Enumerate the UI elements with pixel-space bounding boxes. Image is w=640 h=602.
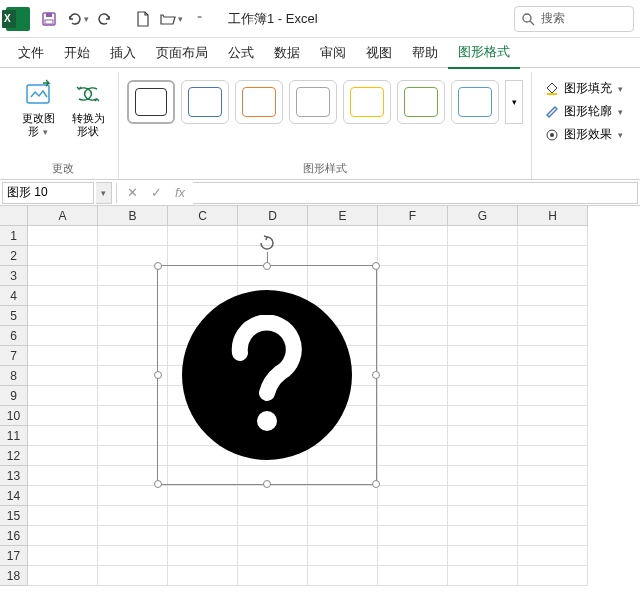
column-header[interactable]: C <box>168 206 238 226</box>
column-header[interactable]: D <box>238 206 308 226</box>
cell[interactable] <box>518 366 588 386</box>
insert-function-button[interactable]: fx <box>169 182 191 204</box>
resize-handle-se[interactable] <box>372 480 380 488</box>
cell[interactable] <box>168 246 238 266</box>
style-preset-5[interactable] <box>343 80 391 124</box>
cell[interactable] <box>378 546 448 566</box>
column-header[interactable]: F <box>378 206 448 226</box>
cell[interactable] <box>98 486 168 506</box>
cell[interactable] <box>28 386 98 406</box>
cell[interactable] <box>448 406 518 426</box>
cell[interactable] <box>378 426 448 446</box>
tab-data[interactable]: 数据 <box>264 38 310 68</box>
cell[interactable] <box>28 526 98 546</box>
cell[interactable] <box>28 546 98 566</box>
cell[interactable] <box>308 486 378 506</box>
cell[interactable] <box>448 486 518 506</box>
cell[interactable] <box>98 546 168 566</box>
column-header[interactable]: B <box>98 206 168 226</box>
cell[interactable] <box>518 466 588 486</box>
rotation-handle[interactable] <box>258 234 276 252</box>
cell[interactable] <box>98 526 168 546</box>
cell[interactable] <box>378 306 448 326</box>
resize-handle-w[interactable] <box>154 371 162 379</box>
cell[interactable] <box>28 466 98 486</box>
cell[interactable] <box>308 226 378 246</box>
cell[interactable] <box>378 346 448 366</box>
name-box[interactable]: 图形 10 <box>2 182 94 204</box>
row-header[interactable]: 13 <box>0 466 28 486</box>
cell[interactable] <box>448 506 518 526</box>
cell[interactable] <box>378 226 448 246</box>
qat-customize-button[interactable]: ⁼ <box>186 6 212 32</box>
resize-handle-e[interactable] <box>372 371 380 379</box>
row-header[interactable]: 11 <box>0 426 28 446</box>
cell[interactable] <box>28 566 98 586</box>
redo-button[interactable] <box>92 6 118 32</box>
cell[interactable] <box>378 326 448 346</box>
cell[interactable] <box>378 446 448 466</box>
cell[interactable] <box>168 486 238 506</box>
cell[interactable] <box>98 226 168 246</box>
cell[interactable] <box>28 506 98 526</box>
cell[interactable] <box>28 326 98 346</box>
cell[interactable] <box>448 386 518 406</box>
row-header[interactable]: 3 <box>0 266 28 286</box>
inserted-graphic[interactable] <box>182 290 352 460</box>
name-box-dropdown[interactable]: ▾ <box>96 182 112 204</box>
cell[interactable] <box>518 286 588 306</box>
worksheet-grid[interactable]: ABCDEFGH 123456789101112131415161718 <box>0 206 640 602</box>
cell[interactable] <box>238 526 308 546</box>
column-header[interactable]: H <box>518 206 588 226</box>
cell[interactable] <box>238 506 308 526</box>
cell[interactable] <box>378 486 448 506</box>
column-header[interactable]: G <box>448 206 518 226</box>
cell[interactable] <box>28 286 98 306</box>
row-header[interactable]: 10 <box>0 406 28 426</box>
cell[interactable] <box>378 246 448 266</box>
graphic-fill-button[interactable]: 图形填充 ▾ <box>540 78 627 99</box>
tab-graphics-format[interactable]: 图形格式 <box>448 37 520 69</box>
shape-selection[interactable] <box>157 265 377 485</box>
cell[interactable] <box>98 566 168 586</box>
resize-handle-nw[interactable] <box>154 262 162 270</box>
search-box[interactable]: 搜索 <box>514 6 634 32</box>
convert-to-shape-button[interactable]: 转换为形状 <box>66 76 110 140</box>
formula-input[interactable] <box>193 182 638 204</box>
cell[interactable] <box>518 406 588 426</box>
cell[interactable] <box>168 566 238 586</box>
tab-review[interactable]: 审阅 <box>310 38 356 68</box>
graphic-effects-button[interactable]: 图形效果 ▾ <box>540 124 627 145</box>
row-header[interactable]: 18 <box>0 566 28 586</box>
cell[interactable] <box>448 566 518 586</box>
row-header[interactable]: 17 <box>0 546 28 566</box>
cell[interactable] <box>448 226 518 246</box>
cell[interactable] <box>28 226 98 246</box>
cell[interactable] <box>308 566 378 586</box>
cell[interactable] <box>308 546 378 566</box>
cell[interactable] <box>238 486 308 506</box>
resize-handle-ne[interactable] <box>372 262 380 270</box>
cell[interactable] <box>28 426 98 446</box>
cell[interactable] <box>518 446 588 466</box>
undo-button[interactable]: ▾ <box>64 6 90 32</box>
style-preset-4[interactable] <box>289 80 337 124</box>
cell[interactable] <box>308 526 378 546</box>
tab-page-layout[interactable]: 页面布局 <box>146 38 218 68</box>
resize-handle-sw[interactable] <box>154 480 162 488</box>
cell[interactable] <box>448 366 518 386</box>
cell[interactable] <box>448 466 518 486</box>
tab-home[interactable]: 开始 <box>54 38 100 68</box>
row-header[interactable]: 16 <box>0 526 28 546</box>
cell[interactable] <box>168 226 238 246</box>
cell[interactable] <box>518 386 588 406</box>
cell[interactable] <box>448 426 518 446</box>
cell[interactable] <box>308 506 378 526</box>
row-header[interactable]: 2 <box>0 246 28 266</box>
cell[interactable] <box>378 526 448 546</box>
select-all-corner[interactable] <box>0 206 28 226</box>
cell[interactable] <box>518 506 588 526</box>
cell[interactable] <box>28 366 98 386</box>
cell[interactable] <box>518 246 588 266</box>
column-header[interactable]: E <box>308 206 378 226</box>
